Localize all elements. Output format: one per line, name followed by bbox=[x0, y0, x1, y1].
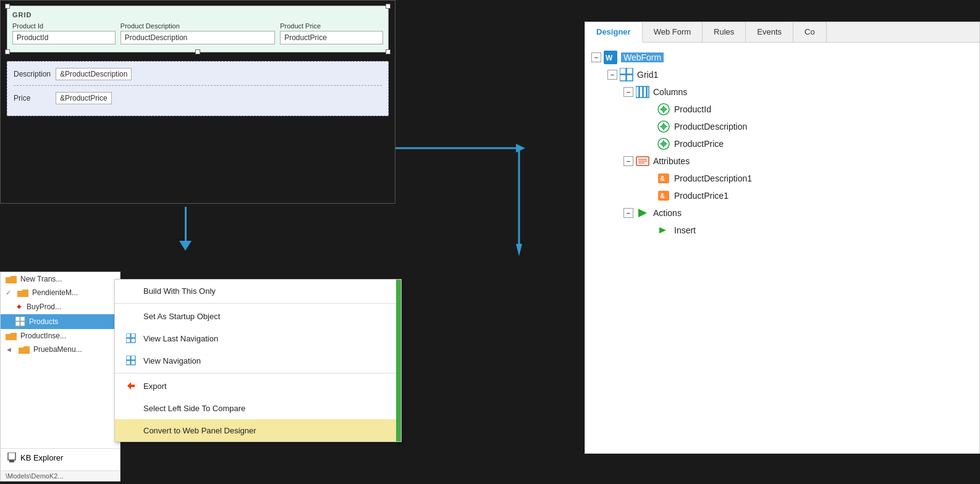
columns-text: Columns bbox=[653, 87, 687, 97]
tree-node-insert[interactable]: Insert bbox=[585, 222, 979, 239]
folder-icon bbox=[6, 332, 17, 340]
svg-marker-23 bbox=[127, 382, 135, 390]
kb-explorer-icon bbox=[7, 453, 17, 462]
webform-text: WebForm bbox=[621, 52, 664, 62]
svg-rect-20 bbox=[131, 356, 135, 360]
sidebar-item-products-text: Products bbox=[29, 317, 58, 326]
sidebar-item-pruebamenu[interactable]: ◄ PruebaMenu... bbox=[1, 343, 120, 356]
handle-tl[interactable] bbox=[5, 4, 10, 9]
webform-icon: W bbox=[604, 51, 617, 64]
convert-text: Convert to Web Panel Designer bbox=[143, 426, 256, 435]
arrow-right bbox=[395, 136, 587, 259]
svg-marker-12 bbox=[19, 346, 30, 354]
context-menu-export[interactable]: Export bbox=[115, 375, 401, 397]
sidebar-item-productinse[interactable]: ProductInse... bbox=[1, 329, 120, 343]
tree-toggle-actions[interactable]: − bbox=[623, 208, 633, 218]
kb-explorer-button[interactable]: KB Explorer bbox=[1, 448, 120, 466]
grid1-icon bbox=[620, 68, 633, 81]
sidebar-item-text: PruebaMenu... bbox=[33, 345, 82, 354]
handle-bl[interactable] bbox=[5, 49, 10, 54]
context-menu-view-last-nav[interactable]: View Last Navigation bbox=[115, 327, 401, 349]
right-panel: Designer Web Form Rules Events Co − W We… bbox=[585, 22, 980, 454]
view-last-nav-icon bbox=[125, 332, 137, 344]
arrow-down-head bbox=[179, 241, 192, 251]
handle-br[interactable] bbox=[386, 49, 391, 54]
tree-node-prodesc1[interactable]: & ProductDescription1 bbox=[585, 170, 979, 187]
folder-icon bbox=[17, 288, 28, 297]
tree-toggle-columns[interactable]: − bbox=[623, 87, 633, 97]
handle-tr[interactable] bbox=[386, 4, 391, 9]
sidebar-item-buyprod[interactable]: ✦ BuyProd... bbox=[1, 299, 120, 314]
path-text: \Models\DemoK2... bbox=[1, 470, 120, 481]
context-menu-select-left[interactable]: Select Left Side To Compare bbox=[115, 397, 401, 419]
tree-node-prodprice1[interactable]: & ProductPrice1 bbox=[585, 187, 979, 204]
tab-events[interactable]: Events bbox=[746, 22, 793, 42]
view-nav-text: View Navigation bbox=[143, 356, 201, 365]
prodesc1-text: ProductDescription1 bbox=[674, 173, 752, 183]
tree-node-webform[interactable]: − W WebForm bbox=[585, 49, 979, 66]
col-header-0: Product Id ProductId bbox=[12, 22, 116, 44]
export-icon bbox=[125, 380, 137, 392]
tab-co[interactable]: Co bbox=[793, 22, 827, 42]
arrow-down bbox=[179, 207, 192, 251]
tree-node-columns[interactable]: − Columns bbox=[585, 83, 979, 101]
tree-node-actions[interactable]: − Actions bbox=[585, 204, 979, 222]
sidebar-item-text: New Trans... bbox=[20, 275, 62, 283]
context-menu-convert-web-panel[interactable]: Convert to Web Panel Designer bbox=[115, 419, 401, 441]
svg-rect-17 bbox=[126, 338, 130, 343]
divider-2 bbox=[115, 373, 401, 373]
svg-rect-8 bbox=[20, 317, 25, 321]
sidebar-item-text: ProductInse... bbox=[20, 332, 66, 340]
tree-toggle-grid1[interactable]: − bbox=[607, 70, 617, 80]
tree-toggle-webform[interactable]: − bbox=[591, 52, 601, 62]
svg-marker-6 bbox=[17, 290, 28, 297]
green-bar bbox=[396, 280, 401, 441]
kb-explorer-text: KB Explorer bbox=[20, 453, 63, 462]
tree-node-attributes[interactable]: − Attributes bbox=[585, 152, 979, 170]
tab-webform[interactable]: Web Form bbox=[643, 22, 703, 42]
prodprice1-text: ProductPrice1 bbox=[674, 191, 729, 201]
view-nav-icon bbox=[125, 354, 137, 367]
sidebar-item-products[interactable]: Products bbox=[1, 314, 120, 329]
startup-icon bbox=[125, 310, 137, 322]
svg-rect-29 bbox=[627, 75, 633, 81]
tab-designer[interactable]: Designer bbox=[585, 22, 643, 43]
svg-rect-9 bbox=[15, 322, 20, 326]
attr-divider bbox=[14, 85, 382, 86]
tabs-bar: Designer Web Form Rules Events Co bbox=[585, 22, 979, 43]
context-menu-build-with-this[interactable]: Build With This Only bbox=[115, 280, 401, 302]
handle-bm[interactable] bbox=[195, 49, 200, 54]
divider-1 bbox=[115, 303, 401, 304]
tree-node-productprice[interactable]: ProductPrice bbox=[585, 135, 979, 152]
actions-text: Actions bbox=[653, 208, 682, 218]
folder-icon bbox=[6, 275, 17, 283]
tree-node-productid[interactable]: ProductId bbox=[585, 101, 979, 118]
svg-rect-18 bbox=[131, 338, 135, 343]
tree-node-grid1[interactable]: − Grid1 bbox=[585, 66, 979, 83]
attr-row-1: Price &ProductPrice bbox=[14, 92, 382, 104]
view-last-nav-text: View Last Navigation bbox=[143, 334, 218, 343]
arrow-down-line bbox=[185, 207, 187, 241]
sidebar-item-new-trans[interactable]: New Trans... bbox=[1, 272, 120, 286]
attr-value-0: &ProductDescription bbox=[56, 68, 132, 80]
attr-row-0: Description &ProductDescription bbox=[14, 68, 382, 80]
productdesc-icon bbox=[657, 120, 670, 133]
tree-node-productdesc[interactable]: ProductDescription bbox=[585, 118, 979, 135]
sidebar-item-pendientem[interactable]: ✓ PendienteM... bbox=[1, 286, 120, 299]
prodesc1-icon: & bbox=[657, 172, 670, 185]
select-left-text: Select Left Side To Compare bbox=[143, 404, 245, 413]
svg-marker-4 bbox=[516, 144, 525, 152]
tree-toggle-attributes[interactable]: − bbox=[623, 156, 633, 166]
context-menu-view-nav[interactable]: View Navigation bbox=[115, 349, 401, 372]
context-menu-set-startup[interactable]: Set As Startup Object bbox=[115, 305, 401, 327]
tab-rules[interactable]: Rules bbox=[703, 22, 746, 42]
export-text: Export bbox=[143, 382, 167, 391]
left-panel: New Trans... ✓ PendienteM... ✦ BuyProd..… bbox=[0, 272, 120, 482]
svg-text:W: W bbox=[606, 54, 613, 62]
productprice-icon bbox=[657, 137, 670, 151]
svg-rect-19 bbox=[126, 356, 130, 360]
svg-rect-14 bbox=[9, 460, 14, 462]
sidebar-item-text: PendienteM... bbox=[32, 288, 78, 297]
productid-icon bbox=[657, 102, 670, 116]
svg-text:&: & bbox=[660, 175, 665, 182]
